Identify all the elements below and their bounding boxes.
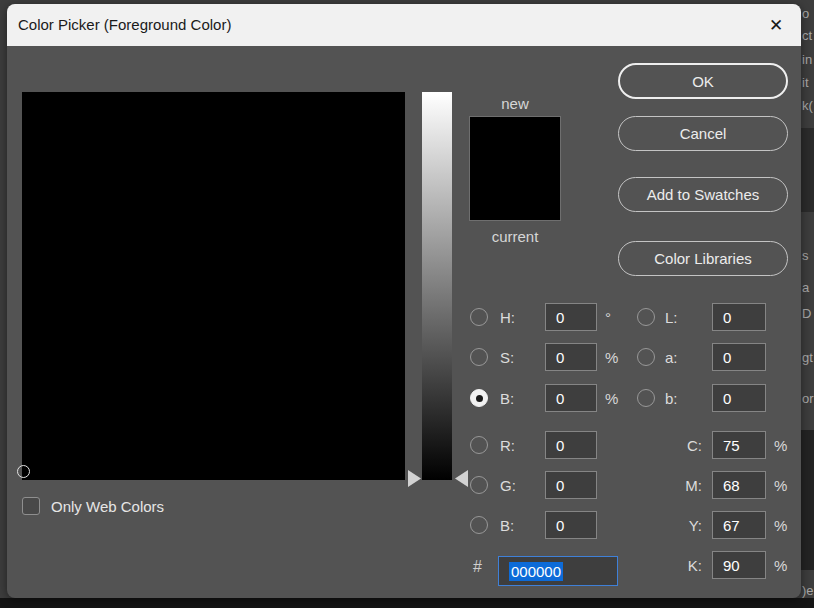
background-text-fragment: o: [802, 6, 809, 21]
black-row: K: 90 %: [637, 551, 794, 579]
dialog-titlebar[interactable]: Color Picker (Foreground Color) ✕: [7, 4, 801, 46]
saturation-unit: %: [605, 349, 625, 366]
blue-row: B: 0: [470, 511, 597, 539]
background-text-fragment: s: [802, 248, 809, 263]
black-input[interactable]: 90: [712, 551, 766, 579]
background-text-fragment: gt: [802, 350, 813, 365]
current-color-swatch[interactable]: [470, 169, 560, 221]
green-input[interactable]: 0: [545, 471, 597, 499]
brightness-row: B: 0 %: [470, 384, 625, 412]
lab-l-radio[interactable]: [637, 308, 655, 326]
yellow-row: Y: 67 %: [637, 511, 794, 539]
brightness-label: B:: [500, 390, 545, 407]
background-text-fragment: or: [802, 391, 814, 406]
hue-radio[interactable]: [470, 308, 488, 326]
hex-selected-text: 000000: [509, 562, 563, 581]
hue-row: H: 0 °: [470, 303, 625, 331]
background-text-fragment: it: [802, 75, 809, 90]
cancel-button[interactable]: Cancel: [618, 116, 788, 151]
red-input[interactable]: 0: [545, 431, 597, 459]
hex-input[interactable]: 000000: [498, 556, 618, 586]
ok-button[interactable]: OK: [618, 63, 788, 99]
background-text-fragment: a: [802, 280, 809, 295]
blue-input[interactable]: 0: [545, 511, 597, 539]
red-radio[interactable]: [470, 436, 488, 454]
brightness-unit: %: [605, 390, 625, 407]
lab-a-label: a:: [665, 349, 712, 366]
lab-a-radio[interactable]: [637, 348, 655, 366]
magenta-label: M:: [637, 477, 702, 494]
green-label: G:: [500, 477, 545, 494]
color-field-marker[interactable]: [17, 465, 30, 478]
lab-l-row: L: 0: [637, 303, 766, 331]
slider-arrow-left-icon[interactable]: [408, 470, 421, 487]
lab-b-row: b: 0: [637, 384, 766, 412]
current-color-label: current: [470, 228, 560, 245]
dialog-title: Color Picker (Foreground Color): [18, 4, 231, 46]
hue-input[interactable]: 0: [545, 303, 597, 331]
cyan-input[interactable]: 75: [712, 431, 766, 459]
green-radio[interactable]: [470, 476, 488, 494]
brightness-input[interactable]: 0: [545, 384, 597, 412]
magenta-input[interactable]: 68: [712, 471, 766, 499]
only-web-colors-checkbox[interactable]: [22, 497, 40, 515]
add-to-swatches-button[interactable]: Add to Swatches: [618, 177, 788, 212]
lab-b-radio[interactable]: [637, 389, 655, 407]
cyan-row: C: 75 %: [637, 431, 794, 459]
yellow-unit: %: [774, 517, 794, 534]
color-slider[interactable]: [422, 92, 452, 480]
color-picker-dialog: Color Picker (Foreground Color) ✕ new cu…: [7, 4, 801, 598]
green-row: G: 0: [470, 471, 597, 499]
magenta-unit: %: [774, 477, 794, 494]
black-unit: %: [774, 557, 794, 574]
background-text-fragment: k(: [802, 98, 813, 113]
background-text-fragment: ct: [802, 28, 812, 43]
background-panel: [801, 430, 814, 570]
red-label: R:: [500, 437, 545, 454]
background-text-fragment: in: [802, 52, 812, 67]
new-color-swatch: [470, 117, 560, 169]
lab-a-row: a: 0: [637, 343, 766, 371]
saturation-label: S:: [500, 349, 545, 366]
saturation-radio[interactable]: [470, 348, 488, 366]
yellow-input[interactable]: 67: [712, 511, 766, 539]
blue-radio[interactable]: [470, 516, 488, 534]
cyan-label: C:: [637, 437, 702, 454]
hex-hash-label: #: [473, 558, 482, 576]
background-bottom-strip: [0, 598, 814, 608]
brightness-radio[interactable]: [470, 389, 488, 407]
new-current-swatch[interactable]: [470, 117, 560, 220]
lab-l-input[interactable]: 0: [712, 303, 766, 331]
background-text-fragment: D: [802, 306, 811, 321]
hue-label: H:: [500, 309, 545, 326]
yellow-label: Y:: [637, 517, 702, 534]
magenta-row: M: 68 %: [637, 471, 794, 499]
lab-l-label: L:: [665, 309, 712, 326]
saturation-input[interactable]: 0: [545, 343, 597, 371]
lab-a-input[interactable]: 0: [712, 343, 766, 371]
slider-arrow-right-icon[interactable]: [455, 470, 468, 487]
only-web-colors-row: Only Web Colors: [22, 497, 164, 515]
color-field[interactable]: [22, 92, 405, 480]
lab-b-label: b:: [665, 390, 712, 407]
background-text-fragment: )e: [802, 583, 814, 598]
close-icon[interactable]: ✕: [759, 10, 793, 40]
cyan-unit: %: [774, 437, 794, 454]
screen: o ct in it k( s a D gt or )e Color Picke…: [0, 0, 814, 608]
black-label: K:: [637, 557, 702, 574]
saturation-row: S: 0 %: [470, 343, 625, 371]
color-libraries-button[interactable]: Color Libraries: [618, 241, 788, 276]
lab-b-input[interactable]: 0: [712, 384, 766, 412]
red-row: R: 0: [470, 431, 597, 459]
only-web-colors-label: Only Web Colors: [51, 498, 164, 515]
hue-unit: °: [605, 309, 625, 326]
background-panel: [801, 128, 814, 212]
blue-label: B:: [500, 517, 545, 534]
new-color-label: new: [470, 95, 560, 112]
